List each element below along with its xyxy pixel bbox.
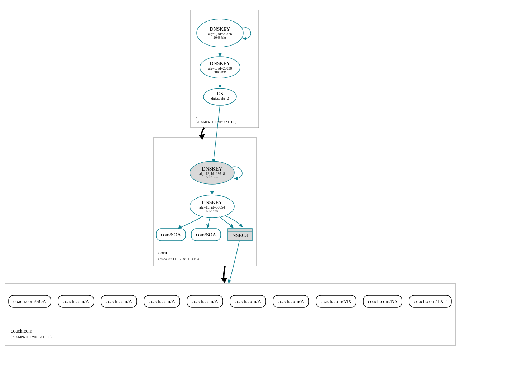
svg-text:coach.com/A: coach.com/A	[63, 299, 90, 304]
svg-marker-26	[210, 191, 214, 195]
edge-ds-comksk	[214, 105, 220, 161]
svg-text:DNSKEY: DNSKEY	[202, 200, 222, 205]
node-com-soa-1: com/SOA	[156, 229, 186, 241]
svg-text:coach.com/A: coach.com/A	[106, 299, 133, 304]
node-coach-a3: coach.com/A	[144, 295, 180, 307]
zone-coach-time: (2024-09-11 17:04:54 UTC)	[11, 335, 52, 339]
svg-marker-37	[230, 224, 234, 228]
node-root-zsk: DNSKEY alg=8, id=20038 2048 bits	[200, 57, 240, 78]
node-com-ksk: DNSKEY alg=13, id=19718 512 bits	[190, 161, 234, 184]
svg-text:digest alg=2: digest alg=2	[211, 96, 229, 100]
svg-text:512 bits: 512 bits	[206, 175, 218, 179]
zone-root-time: (2024-09-11 12:06:42 UTC)	[196, 120, 236, 124]
node-root-ksk: DNSKEY alg=8, id=20326 2048 bits	[197, 19, 243, 47]
node-coach-a1: coach.com/A	[58, 295, 94, 307]
edge-nsec3-coach	[229, 241, 239, 282]
svg-text:DNSKEY: DNSKEY	[210, 27, 230, 32]
svg-text:DS: DS	[217, 91, 223, 96]
edge-comzsk-nsec3-b	[225, 216, 241, 226]
svg-text:coach.com/NS: coach.com/NS	[368, 299, 397, 304]
svg-marker-5	[243, 37, 246, 40]
svg-text:NSEC3: NSEC3	[233, 233, 248, 238]
node-com-soa-2: com/SOA	[191, 229, 221, 241]
svg-text:com/SOA: com/SOA	[161, 232, 181, 238]
svg-marker-21	[234, 177, 238, 180]
svg-text:com/SOA: com/SOA	[196, 232, 216, 238]
svg-marker-39	[228, 279, 231, 284]
edge-comzsk-soa1	[179, 216, 203, 228]
edge-zone-com-to-coach	[224, 266, 225, 279]
node-coach-a2: coach.com/A	[101, 295, 137, 307]
svg-text:coach.com/TXT: coach.com/TXT	[414, 299, 447, 304]
node-coach-soa: coach.com/SOA	[9, 295, 51, 307]
svg-text:2048 bits: 2048 bits	[214, 70, 227, 74]
svg-text:2048 bits: 2048 bits	[214, 35, 227, 39]
zone-com-time: (2024-09-11 15:59:11 UTC)	[158, 257, 199, 261]
node-coach-txt: coach.com/TXT	[409, 295, 451, 307]
svg-marker-36	[206, 224, 210, 228]
svg-marker-14	[218, 85, 222, 88]
svg-text:coach.com/MX: coach.com/MX	[321, 299, 352, 304]
svg-text:DNSKEY: DNSKEY	[210, 61, 230, 66]
svg-text:512 bits: 512 bits	[206, 209, 218, 213]
zone-box-coach	[5, 284, 456, 345]
zone-coach-label: coach.com	[11, 328, 32, 334]
svg-text:DNSKEY: DNSKEY	[202, 166, 222, 172]
node-root-ds: DS digest alg=2	[203, 88, 236, 105]
svg-marker-40	[221, 278, 227, 283]
zone-com-label: com	[158, 250, 167, 255]
zone-root-label: .	[196, 113, 197, 119]
node-coach-a6: coach.com/A	[273, 295, 309, 307]
svg-text:coach.com/A: coach.com/A	[278, 299, 305, 304]
svg-text:coach.com/A: coach.com/A	[192, 299, 219, 304]
node-com-zsk: DNSKEY alg=13, id=59354 512 bits	[190, 195, 234, 218]
node-coach-a5: coach.com/A	[230, 295, 266, 307]
dnssec-diagram: . (2024-09-11 12:06:42 UTC) com (2024-09…	[0, 0, 532, 392]
node-coach-mx: coach.com/MX	[316, 295, 356, 307]
svg-text:coach.com/SOA: coach.com/SOA	[13, 299, 47, 304]
svg-marker-16	[199, 134, 205, 140]
node-coach-ns: coach.com/NS	[363, 295, 402, 307]
svg-text:coach.com/A: coach.com/A	[149, 299, 176, 304]
node-nsec3: NSEC3	[228, 229, 252, 241]
svg-text:coach.com/A: coach.com/A	[235, 299, 262, 304]
svg-marker-13	[218, 53, 222, 57]
node-coach-a4: coach.com/A	[187, 295, 223, 307]
